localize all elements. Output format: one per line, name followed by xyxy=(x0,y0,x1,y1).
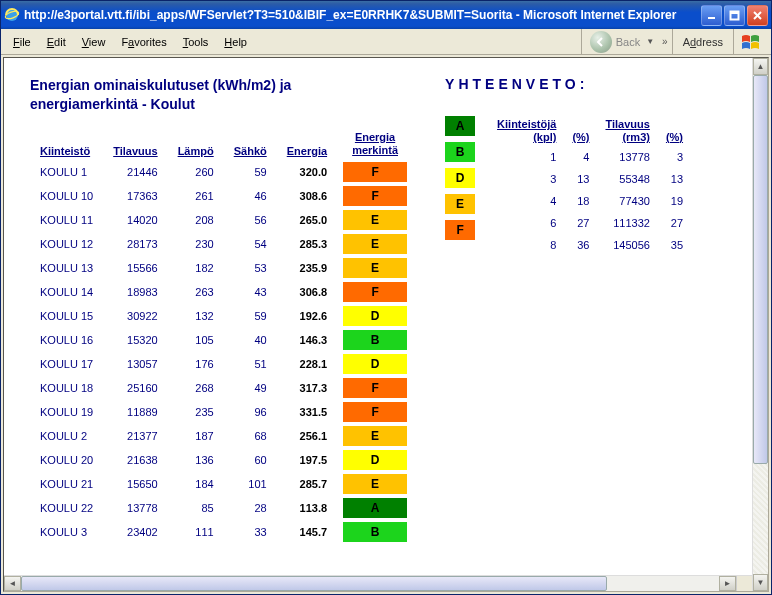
table-row: KOULU 32340211133145.7B xyxy=(30,520,413,544)
cell-tilavuus: 14020 xyxy=(103,208,167,232)
sum-pct2: 27 xyxy=(658,212,691,234)
col-sahko[interactable]: Sähkö xyxy=(224,128,277,160)
cell-sahko: 46 xyxy=(224,184,277,208)
cell-tilavuus: 13057 xyxy=(103,352,167,376)
cell-name[interactable]: KOULU 22 xyxy=(30,496,103,520)
cell-name[interactable]: KOULU 17 xyxy=(30,352,103,376)
sum-pct: 18 xyxy=(564,190,597,212)
cell-energia: 308.6 xyxy=(277,184,337,208)
cell-lampo: 182 xyxy=(168,256,224,280)
cell-sahko: 53 xyxy=(224,256,277,280)
table-row: KOULU 131556618253235.9E xyxy=(30,256,413,280)
cell-name[interactable]: KOULU 1 xyxy=(30,160,103,184)
scroll-right-button[interactable]: ► xyxy=(719,576,736,591)
windows-flag-icon xyxy=(733,29,767,55)
col-merkinta[interactable]: Energiamerkintä xyxy=(337,128,413,160)
col-tilavuus[interactable]: Tilavuus xyxy=(103,128,167,160)
sum-til: 55348 xyxy=(597,168,657,190)
menu-favorites[interactable]: Favorites xyxy=(113,34,174,50)
back-label: Back xyxy=(616,36,640,48)
scroll-up-button[interactable]: ▲ xyxy=(753,58,768,75)
cell-label: E xyxy=(337,232,413,256)
scroll-thumb-v[interactable] xyxy=(753,75,768,464)
close-button[interactable] xyxy=(747,5,768,26)
cell-tilavuus: 30922 xyxy=(103,304,167,328)
menu-edit[interactable]: Edit xyxy=(39,34,74,50)
cell-name[interactable]: KOULU 20 xyxy=(30,448,103,472)
sum-pct: 4 xyxy=(564,146,597,168)
menu-help[interactable]: Help xyxy=(216,34,255,50)
col-kiinteisto[interactable]: Kiinteistö xyxy=(30,128,103,160)
cell-name[interactable]: KOULU 21 xyxy=(30,472,103,496)
sum-pct2: 19 xyxy=(658,190,691,212)
cell-sahko: 28 xyxy=(224,496,277,520)
scrollbar-horizontal[interactable]: ◄ ► xyxy=(4,575,752,591)
cell-lampo: 105 xyxy=(168,328,224,352)
cell-name[interactable]: KOULU 10 xyxy=(30,184,103,208)
col-lampo[interactable]: Lämpö xyxy=(168,128,224,160)
table-row: KOULU 22137718768256.1E xyxy=(30,424,413,448)
cell-sahko: 40 xyxy=(224,328,277,352)
table-row: KOULU 122817323054285.3E xyxy=(30,232,413,256)
sum-col-til: Tilavuus(rm3) xyxy=(597,116,657,146)
cell-energia: 317.3 xyxy=(277,376,337,400)
cell-energia: 285.7 xyxy=(277,472,337,496)
cell-lampo: 268 xyxy=(168,376,224,400)
table-row: KOULU 12144626059320.0F xyxy=(30,160,413,184)
cell-label: F xyxy=(337,376,413,400)
cell-name[interactable]: KOULU 11 xyxy=(30,208,103,232)
cell-sahko: 51 xyxy=(224,352,277,376)
sum-pct2: 3 xyxy=(658,146,691,168)
cell-name[interactable]: KOULU 2 xyxy=(30,424,103,448)
cell-sahko: 59 xyxy=(224,160,277,184)
table-row: KOULU 2115650184101285.7E xyxy=(30,472,413,496)
scroll-down-button[interactable]: ▼ xyxy=(753,574,768,591)
cell-name[interactable]: KOULU 15 xyxy=(30,304,103,328)
minimize-button[interactable] xyxy=(701,5,722,26)
table-row: KOULU 153092213259192.6D xyxy=(30,304,413,328)
cell-tilavuus: 21638 xyxy=(103,448,167,472)
cell-name[interactable]: KOULU 12 xyxy=(30,232,103,256)
cell-energia: 306.8 xyxy=(277,280,337,304)
scrollbar-vertical[interactable]: ▲ ▼ xyxy=(752,58,768,591)
scroll-left-button[interactable]: ◄ xyxy=(4,576,21,591)
app-window: http://e3portal.vtt.fi/ibi_apps/WFServle… xyxy=(0,0,772,595)
scroll-thumb-h[interactable] xyxy=(21,576,607,591)
col-energia[interactable]: Energia xyxy=(277,128,337,160)
back-button[interactable]: Back ▼ xyxy=(586,29,658,55)
legend-item: F xyxy=(445,220,475,240)
cell-sahko: 60 xyxy=(224,448,277,472)
titlebar: http://e3portal.vtt.fi/ibi_apps/WFServle… xyxy=(1,1,771,29)
cell-label: B xyxy=(337,520,413,544)
cell-tilavuus: 21377 xyxy=(103,424,167,448)
summary-table: Kiinteistöjä(kpl) (%) Tilavuus(rm3) (%) … xyxy=(489,116,691,256)
cell-lampo: 230 xyxy=(168,232,224,256)
cell-name[interactable]: KOULU 14 xyxy=(30,280,103,304)
cell-sahko: 33 xyxy=(224,520,277,544)
summary-row: 14137783 xyxy=(489,146,691,168)
cell-tilavuus: 15650 xyxy=(103,472,167,496)
page-title: Energian ominaiskulutuset (kWh/m2) ja en… xyxy=(30,76,413,114)
legend-item: A xyxy=(445,116,475,136)
cell-name[interactable]: KOULU 18 xyxy=(30,376,103,400)
legend: ABDEF xyxy=(445,116,475,240)
cell-name[interactable]: KOULU 19 xyxy=(30,400,103,424)
cell-sahko: 59 xyxy=(224,304,277,328)
sum-kpl: 1 xyxy=(489,146,564,168)
cell-lampo: 111 xyxy=(168,520,224,544)
cell-label: D xyxy=(337,448,413,472)
cell-sahko: 101 xyxy=(224,472,277,496)
cell-label: E xyxy=(337,424,413,448)
menu-tools[interactable]: Tools xyxy=(175,34,217,50)
cell-name[interactable]: KOULU 13 xyxy=(30,256,103,280)
menu-view[interactable]: View xyxy=(74,34,114,50)
summary-row: 3135534813 xyxy=(489,168,691,190)
maximize-button[interactable] xyxy=(724,5,745,26)
menu-file[interactable]: File xyxy=(5,34,39,50)
cell-name[interactable]: KOULU 3 xyxy=(30,520,103,544)
cell-label: E xyxy=(337,472,413,496)
table-row: KOULU 182516026849317.3F xyxy=(30,376,413,400)
cell-tilavuus: 15320 xyxy=(103,328,167,352)
cell-name[interactable]: KOULU 16 xyxy=(30,328,103,352)
sum-til: 77430 xyxy=(597,190,657,212)
